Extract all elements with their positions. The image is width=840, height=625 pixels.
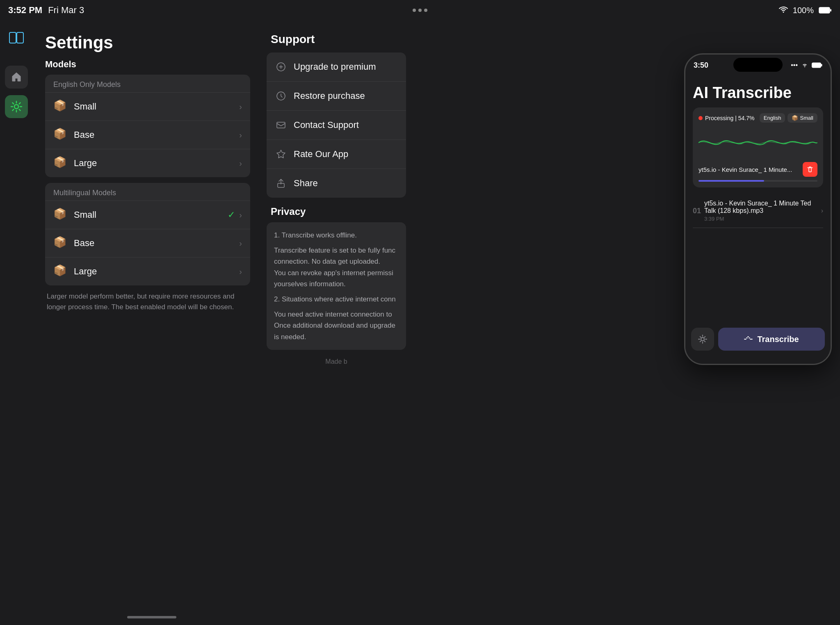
model-tag-label: Small (800, 115, 813, 121)
sidebar (0, 21, 33, 625)
phone-app-title: AI Transcribe (693, 84, 823, 102)
progress-bar-container (698, 180, 817, 182)
scroll-indicator (127, 616, 176, 618)
dot-3 (424, 9, 427, 12)
multi-small-row[interactable]: 📦 Small ✓ › (45, 201, 250, 229)
english-base-chevron: › (239, 130, 242, 140)
file-chevron-1: › (821, 207, 823, 214)
multi-base-row[interactable]: 📦 Base › (45, 229, 250, 257)
english-only-models-group: English Only Models 📦 Small › 📦 Base › 📦… (45, 75, 250, 177)
delete-button[interactable] (803, 162, 817, 177)
sidebar-home-button[interactable] (5, 66, 28, 89)
english-large-chevron: › (239, 159, 242, 168)
made-by-text: Made b (267, 358, 406, 365)
multi-large-label: Large (74, 266, 239, 277)
english-base-row[interactable]: 📦 Base › (45, 121, 250, 149)
phone-transcribe-label: Transcribe (757, 335, 799, 344)
file-number-1: 01 (693, 207, 704, 215)
privacy-box: 1. Transcribe works offline. Transcribe … (267, 222, 406, 350)
wifi-icon (779, 6, 788, 15)
processing-card: Processing | 54.7% English 📦 Small (693, 107, 823, 187)
phone-gear-icon (698, 334, 708, 344)
svg-rect-3 (17, 32, 23, 43)
battery-text: 100% (793, 6, 814, 15)
phone-notch (733, 58, 783, 72)
english-large-row[interactable]: 📦 Large › (45, 149, 250, 177)
multi-base-chevron: › (239, 239, 242, 248)
privacy-title: Privacy (267, 206, 406, 217)
svg-rect-9 (812, 63, 821, 68)
phone-dots: ••• (791, 62, 798, 69)
privacy-text-3: 2. Situations where active internet conn (274, 294, 399, 305)
file-details-1: yt5s.io - Kevin Surace_ 1 Minute Ted Tal… (704, 200, 821, 222)
contact-label: Contact Support (294, 120, 399, 130)
multi-large-chevron: › (239, 267, 242, 276)
privacy-text-2: Transcribe feature is set to be fully fu… (274, 245, 399, 290)
share-icon (274, 176, 288, 190)
multi-base-label: Base (74, 238, 239, 249)
svg-rect-2 (9, 32, 16, 43)
svg-rect-1 (830, 9, 831, 11)
phone-transcribe-button[interactable]: Transcribe (718, 328, 825, 351)
support-list: Upgrade to premium Restore purchase Cont… (267, 52, 406, 198)
multi-base-icon: 📦 (53, 236, 68, 251)
battery-icon (819, 7, 832, 14)
multilingual-models-group: Multilingual Models 📦 Small ✓ › 📦 Base ›… (45, 183, 250, 285)
processing-dot (698, 116, 703, 120)
phone-settings-button[interactable] (691, 328, 714, 351)
support-title: Support (262, 33, 410, 46)
svg-rect-10 (821, 64, 822, 66)
english-base-icon: 📦 (53, 128, 68, 142)
model-tag-icon: 📦 (792, 115, 798, 121)
language-tag-label: English (764, 115, 781, 121)
contact-icon (274, 118, 288, 132)
english-large-icon: 📦 (53, 156, 68, 171)
waveform-svg (698, 128, 817, 157)
file-list: 01 yt5s.io - Kevin Surace_ 1 Minute Ted … (693, 194, 823, 228)
phone-wifi-icon (801, 62, 808, 68)
split-view-icon (9, 32, 24, 43)
restore-icon (274, 89, 288, 103)
english-small-row[interactable]: 📦 Small › (45, 92, 250, 121)
upgrade-icon (274, 60, 288, 74)
rate-app-item[interactable]: Rate Our App (267, 140, 406, 169)
microphone-waveform-icon (744, 335, 753, 344)
settings-note: Larger model perform better, but require… (45, 291, 250, 312)
gear-icon (10, 100, 23, 113)
privacy-section: Privacy 1. Transcribe works offline. Tra… (262, 206, 410, 365)
share-item[interactable]: Share (267, 169, 406, 198)
processing-label: Processing | 54.7% (705, 115, 754, 121)
file-info-row: yt5s.io - Kevin Surace_ 1 Minute... (698, 162, 817, 177)
phone-mockup: 3:50 ••• AI Transcribe Processing | 54.7… (684, 53, 832, 365)
settings-title: Settings (45, 33, 250, 52)
restore-purchase-item[interactable]: Restore purchase (267, 82, 406, 111)
status-bar: 3:52 PM Fri Mar 3 100% (0, 0, 840, 21)
split-view-button[interactable] (7, 29, 25, 47)
waveform-container (698, 128, 817, 157)
upgrade-premium-item[interactable]: Upgrade to premium (267, 52, 406, 82)
multi-small-chevron: › (239, 210, 242, 220)
status-date: Fri Mar 3 (48, 5, 84, 16)
multi-small-checkmark: ✓ (228, 210, 235, 220)
processing-tags: English 📦 Small (760, 113, 817, 123)
rate-icon (274, 147, 288, 161)
model-tag: 📦 Small (788, 113, 817, 123)
english-only-header: English Only Models (45, 75, 250, 92)
file-subtitle-1: 3:39 PM (704, 216, 821, 222)
contact-support-item[interactable]: Contact Support (267, 111, 406, 140)
multi-large-row[interactable]: 📦 Large › (45, 257, 250, 285)
file-list-item-1[interactable]: 01 yt5s.io - Kevin Surace_ 1 Minute Ted … (693, 194, 823, 228)
file-title-1: yt5s.io - Kevin Surace_ 1 Minute Ted Tal… (704, 200, 821, 214)
english-base-label: Base (74, 130, 239, 140)
phone-status-bar: 3:50 ••• (685, 55, 831, 76)
status-center-dots (413, 9, 427, 12)
multi-small-label: Small (74, 210, 228, 220)
english-small-icon: 📦 (53, 99, 68, 114)
status-time: 3:52 PM (8, 5, 42, 16)
multilingual-header: Multilingual Models (45, 183, 250, 201)
svg-rect-7 (277, 122, 285, 128)
language-tag: English (760, 113, 785, 123)
upgrade-label: Upgrade to premium (294, 62, 399, 72)
sidebar-settings-button[interactable] (5, 95, 28, 118)
rate-label: Rate Our App (294, 149, 399, 160)
